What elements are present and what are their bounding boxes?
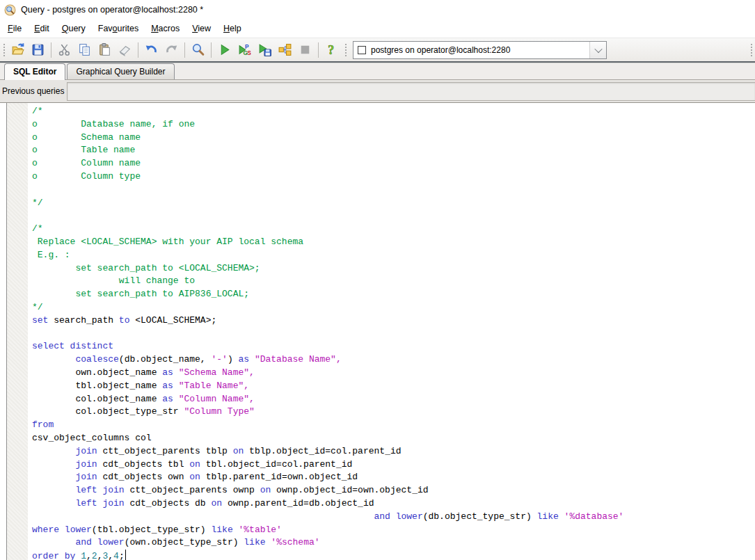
code-line[interactable]: col.object_name as "Column Name", [32,393,755,406]
code-line[interactable]: o Schema name [32,131,755,145]
code-line[interactable]: csv_object_columns col [32,432,755,445]
code-line[interactable]: /* [32,223,755,236]
svg-text:?: ? [328,43,334,57]
menu-file[interactable]: File [1,21,28,36]
toolbar-grip[interactable] [749,42,753,58]
code-line[interactable]: join ctt_object_parents tblp on tblp.obj… [32,445,755,458]
app-icon [4,4,16,16]
code-line[interactable]: */ [32,197,755,210]
find-button[interactable] [189,40,207,59]
code-line[interactable]: o Database name, if one [32,118,755,131]
paste-icon [97,42,112,57]
code-line[interactable]: set search_path to <LOCAL_SCHEMA>; [32,262,755,275]
toolbar-separator [184,42,185,58]
find-icon [191,42,205,57]
toolbar-separator [211,42,212,58]
code-line[interactable]: set search_path to <LOCAL_SCHEMA>; [32,314,755,328]
svg-text:S: S [247,49,251,56]
connection-color-swatch [358,46,366,54]
code-line[interactable]: /* [32,105,755,118]
code-line[interactable]: o Column type [32,170,755,184]
menu-favourites[interactable]: Favourites [92,21,145,36]
help-icon: ? [324,42,339,57]
execute-pgscript-icon: P G S [237,42,252,57]
previous-queries-row: Previous queries [0,80,755,102]
clear-window-icon [118,42,132,57]
toolbar-separator [318,42,319,58]
open-file-icon [10,42,25,57]
code-line[interactable]: where lower(tbl.object_type_str) like '%… [32,524,755,537]
menu-macros[interactable]: Macros [145,21,186,36]
code-line[interactable]: */ [32,301,755,314]
code-line[interactable]: coalesce(db.object_name, '-') as "Databa… [32,353,755,367]
connection-dropdown-button[interactable] [589,42,606,58]
tab-graphical-query-builder[interactable]: Graphical Query Builder [67,63,174,79]
query-window: Query - postgres on operator@localhost:2… [0,0,755,560]
previous-queries-label: Previous queries [0,86,67,96]
previous-queries-combobox[interactable] [67,82,755,101]
menu-view[interactable]: View [186,21,217,36]
cancel-query-button[interactable] [296,40,315,59]
sql-editor-panel: /*o Database name, if oneo Schema nameo … [0,102,755,560]
code-line[interactable]: and lower(db.object_type_str) like '%dat… [32,511,755,524]
code-line[interactable]: from [32,419,755,432]
help-button[interactable]: ? [322,40,341,59]
menu-edit[interactable]: Edit [28,21,56,36]
cut-icon [57,42,72,57]
code-line[interactable]: o Table name [32,144,755,157]
redo-icon [164,42,179,57]
editor-gutter [7,103,28,560]
code-line[interactable]: E.g. : [32,249,755,262]
save-button[interactable] [29,40,47,59]
editor-tabstrip: SQL Editor Graphical Query Builder [0,61,755,80]
code-line[interactable]: order by 1,2,3,4; [32,550,755,560]
toolbar-grip[interactable] [344,42,347,58]
cut-button[interactable] [55,40,74,59]
menu-help[interactable]: Help [217,21,248,36]
copy-button[interactable] [75,40,94,59]
clear-window-button[interactable] [116,40,134,59]
execute-query-button[interactable] [215,40,234,59]
text-caret [125,550,127,560]
code-line[interactable]: join cdt_objects own on tblp.parent_id=o… [32,471,755,484]
code-line[interactable]: set search_path to AIP836_LOCAL; [32,288,755,301]
toolbar: P G S [0,38,755,61]
connection-value: postgres on operator@localhost:2280 [371,45,589,55]
execute-to-file-icon [257,42,272,57]
code-line[interactable]: left join ctt_object_parents ownp on own… [32,484,755,497]
menu-query[interactable]: Query [56,21,92,36]
code-line[interactable]: col.object_type_str "Column Type" [32,406,755,419]
undo-button[interactable] [142,40,161,59]
tab-sql-editor[interactable]: SQL Editor [4,63,65,80]
connection-combobox[interactable]: postgres on operator@localhost:2280 [353,41,607,59]
open-file-button[interactable] [8,40,27,59]
code-line[interactable] [32,328,755,341]
paste-button[interactable] [95,40,114,59]
code-line[interactable]: left join cdt_objects db on ownp.parent_… [32,497,755,511]
code-line[interactable] [32,184,755,197]
code-line[interactable]: Replace <LOCAL_SCHEMA> with your AIP loc… [32,236,755,249]
code-line[interactable]: tbl.object_name as "Table Name", [32,380,755,393]
undo-icon [144,42,159,57]
code-line[interactable]: own.object_name as "Schema Name", [32,367,755,380]
code-line[interactable]: o Column name [32,157,755,170]
cancel-query-icon [298,42,312,57]
execute-to-file-button[interactable] [255,40,274,59]
menu-bar: File Edit Query Favourites Macros View H… [0,19,755,38]
explain-query-icon [278,42,292,57]
code-line[interactable]: will change to [32,275,755,288]
execute-pgscript-button[interactable]: P G S [235,40,254,59]
copy-icon [77,42,92,57]
toolbar-separator [138,42,138,58]
code-line[interactable]: select distinct [32,340,755,353]
code-line[interactable]: join cdt_objects tbl on tbl.object_id=co… [32,458,755,472]
toolbar-separator [51,42,51,58]
save-icon [31,42,45,57]
toolbar-grip[interactable] [2,42,6,58]
redo-button[interactable] [162,40,181,59]
code-line[interactable] [32,209,755,223]
code-line[interactable]: and lower(own.object_type_str) like '%sc… [32,536,755,550]
execute-query-icon [217,42,232,57]
code-area[interactable]: /*o Database name, if oneo Schema nameo … [28,103,755,560]
explain-query-button[interactable] [276,40,294,59]
